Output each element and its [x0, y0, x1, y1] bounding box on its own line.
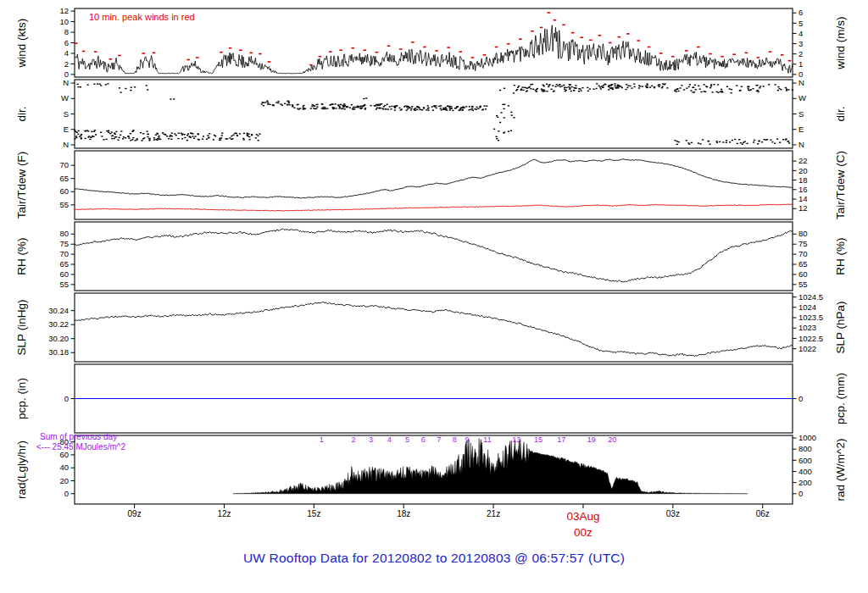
dir-scatter-point — [642, 86, 643, 86]
dir-scatter-point — [710, 86, 712, 86]
ytick-label-right-dir: W — [798, 93, 806, 103]
ytick-label-right-rad: 0 — [798, 489, 803, 498]
dir-scatter-point — [549, 84, 551, 85]
dir-scatter-point — [575, 87, 576, 88]
dir-scatter-point — [626, 84, 627, 85]
dir-scatter-point — [498, 130, 499, 131]
dir-scatter-point — [292, 106, 293, 107]
dir-scatter-point — [508, 105, 509, 106]
dir-scatter-point — [131, 86, 132, 87]
x-axis-label: 21z — [487, 509, 500, 518]
wind-peak-dot — [351, 47, 354, 49]
dir-scatter-point — [598, 86, 600, 86]
dir-scatter-point — [633, 83, 635, 84]
rad-hour-number: 19 — [587, 435, 596, 444]
dir-scatter-point — [615, 86, 616, 86]
dir-scatter-point — [561, 86, 563, 86]
x-axis-label: 09z — [128, 509, 142, 518]
dir-scatter-point — [148, 138, 150, 139]
dir-scatter-point — [375, 105, 376, 106]
dir-scatter-point — [81, 134, 82, 135]
y-label-left-slp: SLP (inHg) — [15, 300, 28, 356]
dir-scatter-point — [575, 85, 576, 86]
dir-scatter-point — [638, 87, 640, 88]
ytick-label-left-rh: 75 — [59, 239, 69, 248]
dir-scatter-point — [692, 91, 693, 92]
dir-scatter-point — [787, 89, 789, 90]
dir-scatter-point — [699, 89, 701, 90]
ytick-label-left-pcp: 0 — [64, 394, 69, 403]
dir-scatter-point — [236, 135, 238, 136]
wind-peak-dot — [376, 52, 379, 53]
dir-scatter-point — [342, 108, 343, 108]
dir-scatter-point — [97, 83, 98, 84]
dir-scatter-point — [451, 108, 453, 108]
dir-scatter-point — [416, 109, 418, 110]
dir-scatter-point — [497, 117, 498, 118]
ytick-label-right-pcp: 0 — [798, 394, 803, 403]
wind-peak-dot — [220, 52, 223, 53]
dir-scatter-point — [455, 108, 457, 108]
dir-scatter-point — [257, 136, 259, 136]
wind-peak-dot — [387, 45, 391, 47]
dir-scatter-point — [326, 108, 328, 108]
dir-scatter-point — [105, 84, 107, 85]
dir-scatter-point — [310, 108, 312, 108]
dir-scatter-point — [323, 108, 325, 108]
ytick-label-left-slp: 30.22 — [48, 319, 69, 329]
dir-scatter-point — [432, 109, 434, 110]
dir-scatter-point — [410, 108, 412, 108]
dir-scatter-point — [269, 104, 270, 105]
dir-scatter-point — [792, 89, 793, 90]
dir-scatter-point — [115, 131, 117, 132]
x-axis-label: 06z — [756, 509, 770, 518]
dir-scatter-point — [731, 89, 732, 90]
dir-scatter-point — [770, 139, 771, 140]
dir-scatter-point — [716, 142, 718, 143]
dir-scatter-point — [109, 133, 111, 134]
dir-scatter-point — [565, 91, 566, 91]
dir-scatter-point — [683, 89, 685, 90]
dir-scatter-point — [661, 87, 663, 88]
ytick-label-right-wind: 6 — [798, 8, 803, 17]
dir-scatter-point — [174, 133, 175, 134]
dir-scatter-point — [168, 138, 170, 139]
dir-scatter-point — [521, 86, 523, 87]
dir-scatter-point — [382, 108, 384, 109]
dir-scatter-point — [686, 88, 687, 89]
wind-peak-dot — [609, 42, 612, 44]
ytick-label-left-wind: 6 — [64, 38, 69, 47]
dir-scatter-point — [774, 84, 776, 85]
wind-peak-dot — [548, 12, 551, 14]
dir-scatter-point — [287, 104, 288, 105]
dir-scatter-point — [747, 86, 748, 87]
dir-scatter-point — [615, 87, 616, 88]
dir-scatter-point — [103, 139, 104, 140]
dir-scatter-point — [351, 104, 353, 105]
dir-scatter-point — [187, 133, 189, 134]
dir-scatter-point — [339, 107, 341, 108]
wind-peak-dot — [75, 42, 78, 44]
dir-scatter-point — [171, 132, 173, 133]
dir-scatter-point — [604, 84, 606, 85]
wind-peak-dot — [744, 53, 748, 54]
dir-scatter-point — [376, 108, 377, 109]
dir-scatter-point — [782, 139, 784, 140]
ytick-label-right-slp: 1022 — [798, 344, 816, 353]
wind-peak-dot — [339, 49, 342, 51]
dir-scatter-point — [500, 112, 502, 113]
dir-scatter-point — [498, 140, 499, 141]
dir-scatter-point — [515, 90, 517, 91]
dir-scatter-point — [694, 85, 696, 86]
dir-scatter-point — [471, 106, 473, 107]
dir-scatter-point — [112, 135, 114, 136]
rad-hour-number: 17 — [557, 435, 565, 444]
dir-scatter-point — [303, 105, 304, 106]
dir-scatter-point — [556, 84, 558, 85]
dir-scatter-point — [514, 85, 515, 86]
dir-scatter-point — [75, 136, 77, 136]
dir-scatter-point — [407, 106, 409, 107]
ytick-label-right-temp: 22 — [798, 156, 808, 165]
dir-scatter-point — [570, 84, 571, 85]
dir-scatter-point — [136, 138, 138, 139]
